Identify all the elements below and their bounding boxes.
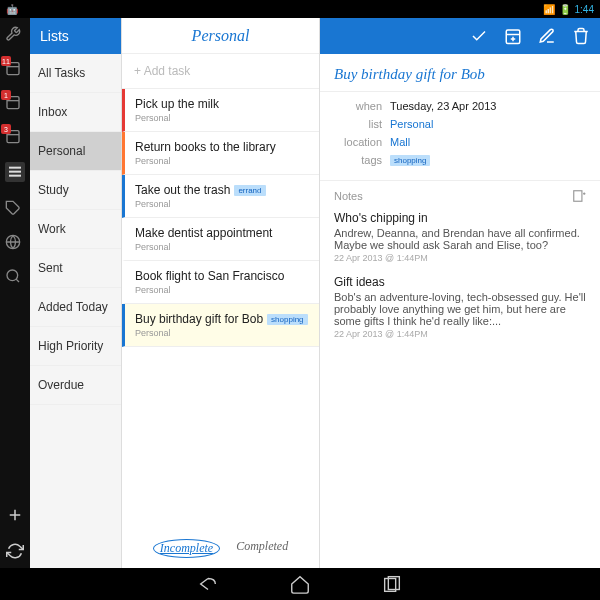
lists-header: Lists	[30, 18, 121, 54]
task-tag: shopping	[267, 314, 307, 325]
list-item[interactable]: Work	[30, 210, 121, 249]
task-title: Buy birthday gift for Bobshopping	[135, 312, 313, 326]
task-sublabel: Personal	[135, 156, 313, 166]
calendar-month-icon[interactable]: 11	[5, 60, 25, 76]
svg-rect-7	[9, 171, 21, 173]
location-label: location	[334, 136, 382, 148]
task-item[interactable]: Take out the trasherrandPersonal	[122, 175, 319, 218]
when-label: when	[334, 100, 382, 112]
back-button[interactable]	[197, 573, 219, 595]
task-item[interactable]: Make dentist appointmentPersonal	[122, 218, 319, 261]
list-item[interactable]: High Priority	[30, 327, 121, 366]
tags-value[interactable]: shopping	[390, 155, 430, 166]
clock: 1:44	[575, 4, 594, 15]
sync-icon[interactable]	[6, 542, 24, 560]
task-sublabel: Personal	[135, 242, 313, 252]
tags-label: tags	[334, 154, 382, 166]
note-title: Gift ideas	[334, 275, 586, 289]
list-item[interactable]: Inbox	[30, 93, 121, 132]
task-title: Make dentist appointment	[135, 226, 313, 240]
edit-icon[interactable]	[538, 27, 556, 45]
badge: 3	[1, 124, 11, 134]
task-title: Pick up the milk	[135, 97, 313, 111]
calendar-day-icon[interactable]: 1	[5, 94, 25, 110]
task-tag: errand	[234, 185, 265, 196]
status-bar: 🤖 📶 🔋 1:44	[0, 0, 600, 18]
trash-icon[interactable]	[572, 27, 590, 45]
notes-label: Notes	[334, 190, 363, 202]
note-timestamp: 22 Apr 2013 @ 1:44PM	[334, 253, 586, 263]
globe-icon[interactable]	[5, 234, 25, 250]
svg-rect-6	[9, 167, 21, 169]
lists-panel: Lists All TasksInboxPersonalStudyWorkSen…	[30, 18, 122, 568]
task-item[interactable]: Return books to the libraryPersonal	[122, 132, 319, 175]
task-item[interactable]: Book flight to San FranciscoPersonal	[122, 261, 319, 304]
note-item[interactable]: Gift ideasBob's an adventure-loving, tec…	[334, 275, 586, 339]
complete-icon[interactable]	[470, 27, 488, 45]
battery-icon: 🔋	[559, 4, 571, 15]
svg-rect-18	[574, 191, 582, 202]
icon-rail: 11 1 3	[0, 18, 30, 568]
add-note-icon[interactable]	[572, 189, 586, 203]
task-sublabel: Personal	[135, 285, 313, 295]
note-item[interactable]: Who's chipping inAndrew, Deanna, and Bre…	[334, 211, 586, 263]
detail-panel: Buy birthday gift for Bob whenTuesday, 2…	[320, 18, 600, 568]
android-icon: 🤖	[6, 4, 18, 15]
calendar-week-icon[interactable]: 3	[5, 128, 25, 144]
badge: 11	[1, 56, 11, 66]
postpone-icon[interactable]	[504, 27, 522, 45]
note-timestamp: 22 Apr 2013 @ 1:44PM	[334, 329, 586, 339]
wifi-icon: 📶	[543, 4, 555, 15]
svg-rect-8	[9, 175, 21, 177]
note-body: Bob's an adventure-loving, tech-obsessed…	[334, 291, 586, 327]
android-navbar	[0, 568, 600, 600]
list-item[interactable]: Overdue	[30, 366, 121, 405]
list-item[interactable]: Added Today	[30, 288, 121, 327]
tasks-panel: Personal + Add task Pick up the milkPers…	[122, 18, 320, 568]
tag-icon[interactable]	[5, 200, 25, 216]
home-button[interactable]	[289, 573, 311, 595]
location-value[interactable]: Mall	[390, 136, 410, 148]
note-body: Andrew, Deanna, and Brendan have all con…	[334, 227, 586, 251]
note-title: Who's chipping in	[334, 211, 586, 225]
list-item[interactable]: Study	[30, 171, 121, 210]
task-sublabel: Personal	[135, 199, 313, 209]
task-title: Return books to the library	[135, 140, 313, 154]
tab-completed[interactable]: Completed	[236, 539, 288, 558]
search-icon[interactable]	[5, 268, 25, 284]
tab-incomplete[interactable]: Incomplete	[153, 539, 220, 558]
add-icon[interactable]	[6, 506, 24, 524]
tasks-header: Personal	[122, 18, 319, 54]
wrench-icon[interactable]	[5, 26, 25, 42]
when-value[interactable]: Tuesday, 23 Apr 2013	[390, 100, 496, 112]
list-item[interactable]: All Tasks	[30, 54, 121, 93]
add-task-input[interactable]: + Add task	[122, 54, 319, 89]
list-item[interactable]: Personal	[30, 132, 121, 171]
task-sublabel: Personal	[135, 113, 313, 123]
list-value[interactable]: Personal	[390, 118, 433, 130]
task-sublabel: Personal	[135, 328, 313, 338]
recents-button[interactable]	[381, 573, 403, 595]
svg-line-11	[16, 279, 19, 282]
list-item[interactable]: Sent	[30, 249, 121, 288]
svg-point-10	[7, 270, 18, 281]
task-title: Book flight to San Francisco	[135, 269, 313, 283]
task-item[interactable]: Pick up the milkPersonal	[122, 89, 319, 132]
list-label: list	[334, 118, 382, 130]
detail-toolbar	[320, 18, 600, 54]
detail-title: Buy birthday gift for Bob	[320, 54, 600, 92]
task-item[interactable]: Buy birthday gift for BobshoppingPersona…	[122, 304, 319, 347]
task-title: Take out the trasherrand	[135, 183, 313, 197]
list-all-icon[interactable]	[5, 162, 25, 182]
badge: 1	[1, 90, 11, 100]
